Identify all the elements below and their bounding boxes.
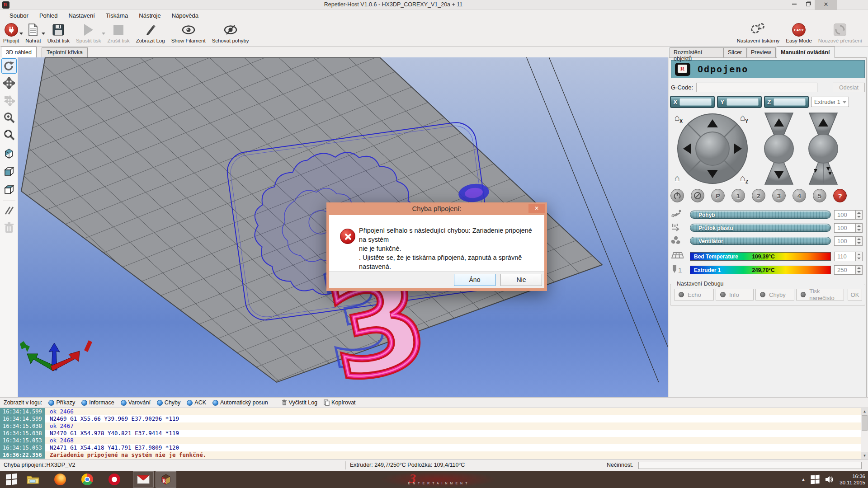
chrome-icon	[81, 474, 93, 485]
tab-object-placement[interactable]: Rozmístění objektů	[670, 47, 724, 57]
script-1-button[interactable]: 1	[731, 189, 745, 202]
filter-errors-button[interactable]: Chyby	[157, 399, 180, 406]
dialog-close-button[interactable]: ✕	[528, 204, 545, 213]
pan-view-button[interactable]	[1, 75, 17, 91]
scroll-up-icon[interactable]: ▲	[861, 408, 868, 415]
connect-button[interactable]: Připojit	[0, 21, 22, 43]
scrollbar-thumb[interactable]	[862, 415, 868, 431]
park-button[interactable]: P	[711, 189, 725, 202]
scroll-down-icon[interactable]: ▼	[861, 452, 868, 459]
menu-tiskarna[interactable]: Tiskárna	[101, 11, 133, 20]
filter-ack-button[interactable]: ACK	[187, 399, 206, 406]
menu-napoveda[interactable]: Nápověda	[167, 11, 203, 20]
tab-preview[interactable]: Preview	[747, 47, 776, 57]
tray-clock[interactable]: 16:36 30.11.2015	[840, 473, 865, 486]
hide-travel-button[interactable]: Schovat pohyby	[209, 21, 252, 43]
taskbar-explorer-button[interactable]	[26, 473, 40, 486]
volume-icon[interactable]	[825, 476, 833, 483]
taskbar-firefox-button[interactable]	[53, 473, 67, 486]
extruder-temp-spinner[interactable]	[856, 265, 863, 275]
log-row: 16:34:15.053ok 2468	[0, 437, 861, 444]
home-y-button[interactable]: ⌂Y	[737, 113, 749, 123]
filter-warnings-button[interactable]: Varování	[121, 399, 151, 406]
jog-controls[interactable]	[669, 111, 850, 186]
easy-mode-button[interactable]: EASY Easy Mode	[783, 21, 815, 43]
speed-value[interactable]: 100	[834, 210, 856, 220]
script-2-button[interactable]: 2	[752, 189, 765, 202]
home-z-button[interactable]: ⌂Z	[737, 174, 749, 183]
speed-slider[interactable]: Pohyb	[690, 211, 831, 219]
load-button[interactable]: Nahrát	[22, 21, 44, 43]
menu-soubor[interactable]: Soubor	[5, 11, 33, 20]
extruder-temperature-bar[interactable]: Extruder 1 249,70°C	[690, 266, 831, 274]
fan-value[interactable]: 100	[834, 236, 856, 246]
taskbar-mail-button[interactable]	[133, 471, 154, 488]
tab-temperature-curve[interactable]: Teplotní křivka	[42, 47, 88, 57]
flow-slider[interactable]: Průtok plastu	[690, 224, 831, 232]
bed-temperature-bar[interactable]: Bed Temperature 109,39°C	[690, 252, 831, 261]
log-output[interactable]: 16:34:14.599ok 2466 16:34:14.599N2469 G1…	[0, 408, 861, 459]
menu-pohled[interactable]: Pohled	[34, 11, 62, 20]
tab-manual-control[interactable]: Manuální ovládání	[777, 47, 835, 58]
show-filament-button[interactable]: Show Filament	[168, 21, 209, 43]
home-all-button[interactable]: ⌂	[671, 174, 683, 183]
heat-off-button[interactable]	[691, 189, 704, 202]
start-button[interactable]	[5, 473, 18, 486]
filter-info-button[interactable]: Informace	[81, 399, 114, 406]
network-icon[interactable]	[810, 474, 821, 485]
front-view-button[interactable]	[1, 164, 17, 179]
copy-log-button[interactable]: Kopírovat	[324, 399, 356, 406]
script-4-button[interactable]: 4	[793, 189, 806, 202]
fit-view-button[interactable]	[1, 127, 17, 142]
log-scrollbar[interactable]: ▲ ▼	[861, 408, 868, 459]
script-5-button[interactable]: 5	[813, 189, 826, 202]
debug-ok-button[interactable]: OK	[848, 289, 862, 300]
printer-settings-button[interactable]: Nastavení tiskárny	[734, 21, 783, 43]
help-button[interactable]: ?	[833, 189, 847, 202]
debug-info-button[interactable]: Info	[716, 289, 754, 300]
speed-spinner[interactable]	[856, 210, 863, 220]
show-log-button[interactable]: Zobrazit Log	[133, 21, 168, 43]
zoom-button[interactable]	[1, 110, 17, 125]
filter-commands-button[interactable]: Příkazy	[48, 399, 75, 406]
iso-view-button[interactable]	[1, 146, 17, 161]
home-x-button[interactable]: ⌂X	[671, 113, 683, 123]
taskbar-chrome-button[interactable]	[80, 473, 94, 486]
gcode-input[interactable]	[696, 83, 817, 92]
xy-jog-pad	[678, 114, 747, 183]
close-button[interactable]: ✕	[815, 0, 837, 10]
emergency-stop-button: Nouzové přerušení	[815, 21, 865, 43]
extruder-temp-target[interactable]: 250	[834, 265, 856, 275]
parallel-projection-button[interactable]	[1, 203, 17, 218]
extruder-select[interactable]: Extruder 1	[811, 97, 849, 107]
dialog-title: Chyba připojení:	[326, 202, 547, 215]
flow-spinner[interactable]	[856, 223, 863, 233]
flow-value[interactable]: 100	[834, 223, 856, 233]
rotate-view-button[interactable]	[1, 58, 17, 74]
maximize-button[interactable]	[801, 0, 815, 10]
save-print-button[interactable]: Uložit tisk	[44, 21, 73, 43]
debug-errors-button[interactable]: Chyby	[755, 289, 794, 300]
debug-dryrun-button[interactable]: Tisk nanečisto	[796, 289, 844, 300]
menu-nastroje[interactable]: Nástroje	[134, 11, 165, 20]
wallpaper-text: ENTERTAINMENT	[387, 482, 491, 485]
tab-3d-view[interactable]: 3D náhled	[1, 47, 37, 57]
fan-spinner[interactable]	[856, 236, 863, 246]
script-3-button[interactable]: 3	[772, 189, 786, 202]
fan-slider[interactable]: Ventilátor	[690, 237, 831, 245]
filter-autoscroll-button[interactable]: Automatický posun	[212, 399, 268, 406]
bed-temp-target[interactable]: 110	[834, 252, 856, 261]
menu-nastaveni[interactable]: Nastavení	[63, 11, 100, 20]
tab-slicer[interactable]: Slicer	[724, 47, 747, 57]
bed-temp-spinner[interactable]	[856, 252, 863, 261]
taskbar-opera-button[interactable]	[108, 473, 121, 486]
dialog-no-button[interactable]: Nie	[500, 274, 542, 286]
debug-echo-button[interactable]: Echo	[674, 289, 714, 300]
tray-chevron-icon[interactable]: ▲	[801, 477, 805, 482]
top-view-button[interactable]	[1, 182, 17, 197]
clear-log-button[interactable]: Vyčistit Log	[282, 399, 317, 406]
taskbar-repetier-button[interactable]: R	[156, 471, 176, 488]
minimize-button[interactable]	[788, 0, 801, 10]
motors-off-button[interactable]	[670, 189, 684, 202]
dialog-yes-button[interactable]: Áno	[454, 274, 495, 286]
